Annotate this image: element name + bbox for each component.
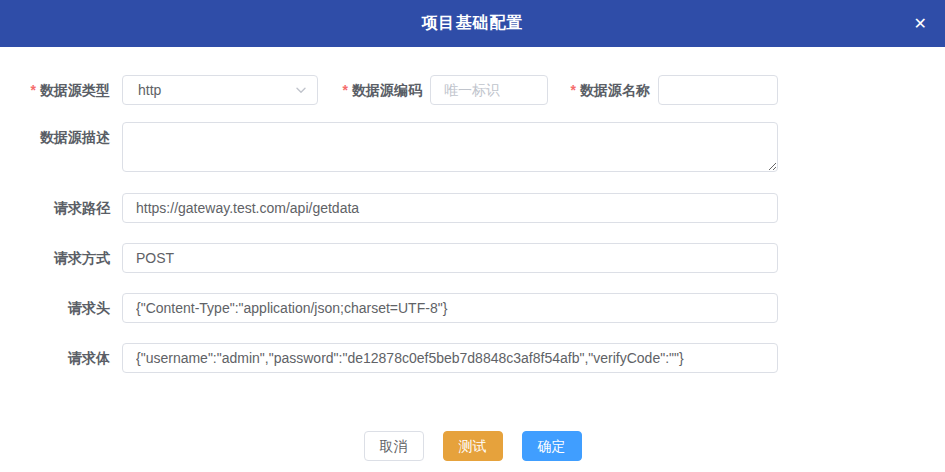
form-row-request-body: 请求体 [0,343,945,373]
datasource-name-input[interactable] [658,75,778,105]
datasource-type-select[interactable]: http [122,75,318,105]
datasource-name-label: *数据源名称 [548,75,658,105]
datasource-type-value: http [138,82,161,98]
form-row-datasource: *数据源类型 http *数据源编码 *数据源名称 [0,75,945,105]
required-asterisk: * [571,82,576,98]
request-headers-input[interactable] [122,293,778,323]
confirm-button[interactable]: 确定 [522,431,582,461]
cancel-button[interactable]: 取消 [364,431,424,461]
datasource-code-label: *数据源编码 [318,75,430,105]
datasource-type-label: *数据源类型 [0,75,110,105]
request-path-input[interactable] [122,193,778,223]
form-row-request-path: 请求路径 [0,193,945,223]
form-row-description: 数据源描述 [0,122,945,172]
project-basic-config-dialog: 项目基础配置 ✕ *数据源类型 http *数据源编码 *数据源名称 数据源描述… [0,0,945,472]
test-button[interactable]: 测试 [443,431,503,461]
request-headers-label: 请求头 [0,293,110,323]
required-asterisk: * [343,82,348,98]
required-asterisk: * [31,82,36,98]
request-body-input[interactable] [122,343,778,373]
request-method-label: 请求方式 [0,243,110,273]
request-method-input[interactable] [122,243,778,273]
close-icon[interactable]: ✕ [910,12,931,36]
form-row-request-headers: 请求头 [0,293,945,323]
dialog-body: *数据源类型 http *数据源编码 *数据源名称 数据源描述 请求路径 请求方… [0,47,945,461]
datasource-description-label: 数据源描述 [0,122,110,152]
datasource-description-textarea[interactable] [122,122,778,172]
chevron-down-icon [295,84,307,96]
datasource-code-input[interactable] [430,75,548,105]
dialog-footer: 取消 测试 确定 [0,431,945,461]
request-body-label: 请求体 [0,343,110,373]
request-path-label: 请求路径 [0,193,110,223]
dialog-header: 项目基础配置 ✕ [0,0,945,47]
dialog-title: 项目基础配置 [422,13,524,34]
form-row-request-method: 请求方式 [0,243,945,273]
